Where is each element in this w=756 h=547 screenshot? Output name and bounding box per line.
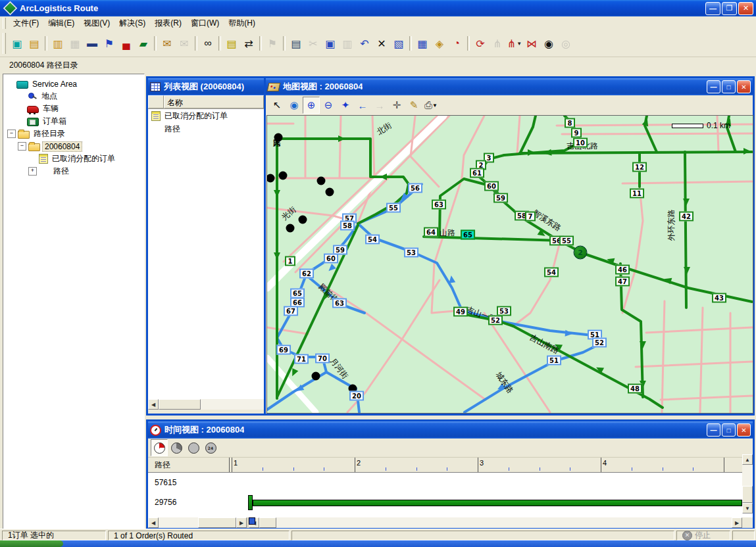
unassigned-stop-dot[interactable] xyxy=(266,174,275,183)
order-box-button[interactable]: ▰ xyxy=(135,35,152,52)
draw-button[interactable]: ✎ xyxy=(405,97,422,114)
stop-marker-63[interactable]: 63 xyxy=(332,298,347,308)
zoom-selected-button[interactable]: ✦ xyxy=(337,97,354,114)
back-button[interactable]: ← xyxy=(354,97,371,114)
stop-marker-11[interactable]: 11 xyxy=(630,189,644,199)
list-view-caption[interactable]: 列表视图 (20060804) xyxy=(148,78,264,95)
stop-marker-61[interactable]: 61 xyxy=(470,168,484,178)
tree-item-订单箱[interactable]: 订单箱 xyxy=(3,115,144,128)
globe-button[interactable]: ◉ xyxy=(286,97,303,114)
column-header-name[interactable]: 名称 xyxy=(164,95,264,108)
menu-gripper[interactable] xyxy=(3,18,6,29)
toolbar-gripper[interactable] xyxy=(3,33,6,54)
stop-marker-52[interactable]: 52 xyxy=(592,338,607,348)
unassigned-stop-dot[interactable] xyxy=(326,188,334,197)
stop-marker-69[interactable]: 69 xyxy=(276,345,291,355)
timeline-hscrollbar[interactable]: ◀ ▶ xyxy=(249,517,742,528)
stop-marker-43[interactable]: 43 xyxy=(712,293,726,303)
list-item-路径[interactable]: 路径 xyxy=(148,122,264,135)
menu-item-2[interactable]: 编辑(E) xyxy=(43,16,79,30)
scrollbar-thumb[interactable] xyxy=(259,517,276,528)
stop-marker-7[interactable]: 7 xyxy=(525,212,536,222)
restore-button[interactable]: ❐ xyxy=(722,2,737,15)
table-view-button[interactable]: ▦ xyxy=(414,35,431,52)
scroll-up-icon[interactable]: ▲ xyxy=(742,454,753,465)
map-minimize-button[interactable]: — xyxy=(707,80,720,93)
unassigned-stop-dot[interactable] xyxy=(312,372,320,381)
scroll-left-icon[interactable]: ◀ xyxy=(148,517,159,528)
stop-marker-64[interactable]: 64 xyxy=(424,227,438,237)
stop-marker-55[interactable]: 55 xyxy=(559,236,574,246)
time-view-button[interactable]: ◔ xyxy=(448,35,465,52)
stop-marker-48[interactable]: 48 xyxy=(628,384,642,394)
paste-into-button[interactable]: ▧ xyxy=(390,35,407,52)
lock-button[interactable]: ◉ xyxy=(540,35,557,52)
stop-marker-12[interactable]: 12 xyxy=(632,162,647,172)
stop-marker-63[interactable]: 63 xyxy=(432,200,446,210)
copy-button[interactable]: ▣ xyxy=(322,35,339,52)
menu-item-5[interactable]: 报表(R) xyxy=(150,16,186,30)
solve-button[interactable]: ⟳ xyxy=(472,35,489,52)
map-canvas[interactable]: 0.1 km 北街人民路光街山路智溪东路吉山北路外环东路吉山一路吉山南路月河街城… xyxy=(266,115,753,414)
undo-button[interactable]: ↶ xyxy=(356,35,373,52)
tree-item-Service Area[interactable]: Service Area xyxy=(3,78,144,90)
new-folder-button[interactable]: ▥ xyxy=(49,35,66,52)
stop-marker-60[interactable]: 60 xyxy=(484,181,499,191)
unassign-button[interactable]: ⋈ xyxy=(523,35,540,52)
map-close-button[interactable]: ✕ xyxy=(737,80,751,93)
time-view-vscrollbar[interactable]: ▲ ▼ xyxy=(742,454,753,513)
selected-order-marker[interactable] xyxy=(249,517,255,525)
new-schedule-button[interactable]: ▣ xyxy=(9,35,26,52)
route-badge-2[interactable]: 2 xyxy=(574,246,588,260)
collapse-icon[interactable]: − xyxy=(7,130,16,138)
route-row-label-29756[interactable]: 29756 xyxy=(155,498,176,507)
stop-marker-20[interactable]: 20 xyxy=(349,391,364,401)
import-orders-button[interactable]: ✉ xyxy=(159,35,176,52)
stop-marker-56[interactable]: 56 xyxy=(408,183,422,193)
route-row-label-57615[interactable]: 57615 xyxy=(155,478,176,487)
stop-marker-52[interactable]: 52 xyxy=(488,316,503,325)
properties-button[interactable]: ▤ xyxy=(288,35,305,52)
scroll-right-icon[interactable]: ▶ xyxy=(236,517,247,528)
stop-marker-70[interactable]: 70 xyxy=(315,354,330,364)
stop-marker-9[interactable]: 9 xyxy=(571,128,582,138)
resequence-button[interactable]: ⋔▼ xyxy=(506,35,523,52)
unassigned-stop-dot[interactable] xyxy=(286,224,295,233)
unassigned-stop-dot[interactable] xyxy=(317,177,326,185)
stop-marker-53[interactable]: 53 xyxy=(497,306,511,316)
stop-marker-46[interactable]: 46 xyxy=(615,265,630,275)
unassigned-stop-dot[interactable] xyxy=(279,172,288,180)
map-view-button[interactable]: ◈ xyxy=(431,35,448,52)
time-close-button[interactable]: ✕ xyxy=(737,423,751,437)
map-maximize-button[interactable]: □ xyxy=(722,80,736,93)
menu-item-1[interactable]: 文件(F) xyxy=(9,16,43,30)
select-button[interactable]: ↖ xyxy=(268,97,286,114)
expand-icon[interactable]: + xyxy=(28,167,37,176)
stop-marker-67[interactable]: 67 xyxy=(284,306,298,316)
time-scale-half-button[interactable] xyxy=(168,439,185,456)
unassigned-stop-dot[interactable] xyxy=(299,216,307,224)
stop-marker-47[interactable]: 47 xyxy=(615,277,630,287)
zoom-in-button[interactable]: ⊕ xyxy=(303,97,320,114)
stop-button[interactable]: ✕ 停止 xyxy=(676,531,730,540)
list-view-hscrollbar[interactable]: ◀ xyxy=(148,399,264,410)
stop-marker-65[interactable]: 65 xyxy=(461,230,475,240)
tree-item-地点[interactable]: 地点 xyxy=(3,90,144,103)
scrollbar-thumb[interactable] xyxy=(742,486,753,503)
menu-item-7[interactable]: 帮助(H) xyxy=(224,16,260,30)
list-view-button[interactable]: ▤ xyxy=(223,35,240,52)
tree-item-已取消分配的订单[interactable]: 已取消分配的订单 xyxy=(3,153,144,165)
pan-button[interactable]: ✛ xyxy=(388,97,405,114)
tree-item-路径[interactable]: +路径 xyxy=(3,165,144,178)
stop-marker-53[interactable]: 53 xyxy=(404,248,418,258)
time-scale-24h-button[interactable]: 24 xyxy=(202,439,219,456)
tree-item-车辆[interactable]: 车辆 xyxy=(3,103,144,115)
time-maximize-button[interactable]: □ xyxy=(722,423,736,437)
dropdown-arrow-icon[interactable]: ▼ xyxy=(517,41,522,47)
locations-button[interactable]: ⚑ xyxy=(101,35,118,52)
unassigned-stop-dot[interactable] xyxy=(274,133,283,142)
scroll-right-icon[interactable]: ▶ xyxy=(732,517,742,528)
save-button[interactable]: ▬ xyxy=(84,35,101,52)
stop-marker-10[interactable]: 10 xyxy=(573,138,588,148)
time-scale-quarter-button[interactable] xyxy=(151,439,168,456)
